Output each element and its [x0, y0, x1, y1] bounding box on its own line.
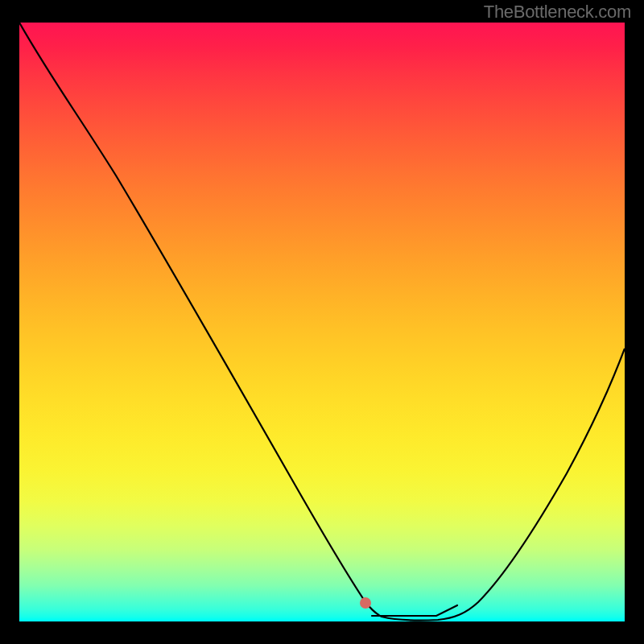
- chart-container: TheBottleneck.com: [0, 0, 644, 644]
- curve-svg: [19, 23, 625, 621]
- plot-area: [19, 23, 625, 621]
- optimal-range-marker: [372, 605, 457, 616]
- bottleneck-curve: [19, 23, 625, 621]
- watermark-label: TheBottleneck.com: [484, 2, 631, 23]
- curve-min-dot-icon: [360, 597, 371, 609]
